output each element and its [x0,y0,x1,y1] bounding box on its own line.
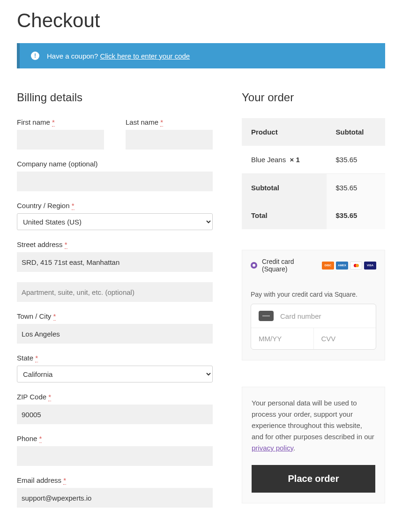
payment-method-row[interactable]: Credit card (Square) DISC AMEX VISA [242,250,385,280]
visa-icon: VISA [364,262,376,270]
email-field[interactable] [17,488,213,508]
subtotal-label: Subtotal [242,174,327,202]
product-header: Product [242,118,327,146]
payment-description: Pay with your credit card via Square. [251,291,376,298]
phone-field[interactable] [17,446,213,466]
coupon-text: Have a coupon? Click here to enter your … [47,52,190,60]
table-row: Blue Jeans × 1 $35.65 [242,146,385,174]
coupon-link[interactable]: Click here to enter your code [100,52,190,60]
billing-column: Billing details First name * Last name *… [17,91,213,518]
zip-field[interactable] [17,405,213,424]
country-select[interactable]: United States (US) [17,213,213,230]
city-field[interactable] [17,324,213,344]
payment-method-label: Credit card (Square) [262,258,317,273]
amex-icon: AMEX [336,262,348,270]
order-table: Product Subtotal Blue Jeans × 1 $35.65 S… [242,118,385,229]
first-name-label: First name * [17,118,104,126]
total-value: $35.65 [327,202,386,229]
discover-icon: DISC [322,262,334,270]
card-frame: Card number MM/YY CVV [251,304,376,350]
state-label: State * [17,354,213,362]
phone-label: Phone * [17,435,213,442]
coupon-notice: ! Have a coupon? Click here to enter you… [17,43,385,68]
page-title: Checkout [17,9,385,32]
card-number-placeholder: Card number [280,312,321,320]
expiry-field[interactable]: MM/YY [251,328,314,349]
item-name: Blue Jeans [251,156,286,164]
card-number-field[interactable]: Card number [251,304,376,328]
address2-field[interactable] [17,282,213,302]
payment-radio-icon [251,262,257,269]
address1-field[interactable] [17,252,213,272]
last-name-label: Last name * [126,118,213,126]
first-name-field[interactable] [17,130,104,150]
subtotal-header: Subtotal [327,118,386,146]
place-order-button[interactable]: Place order [252,465,375,493]
payment-box: Credit card (Square) DISC AMEX VISA Pay … [242,250,385,360]
state-select[interactable]: California [17,366,213,382]
card-chip-icon [259,311,274,321]
city-label: Town / City * [17,312,213,320]
country-label: Country / Region * [17,202,213,210]
privacy-text: Your personal data will be used to proce… [252,397,375,454]
privacy-box: Your personal data will be used to proce… [242,387,385,503]
card-icons: DISC AMEX VISA [322,262,376,270]
billing-heading: Billing details [17,91,213,104]
mastercard-icon [350,262,362,270]
company-label: Company name (optional) [17,160,213,168]
privacy-policy-link[interactable]: privacy policy [252,444,293,452]
coupon-prefix: Have a coupon? [47,52,98,60]
order-column: Your order Product Subtotal Blue Jeans ×… [242,91,385,503]
company-field[interactable] [17,172,213,191]
cvv-field[interactable]: CVV [314,328,376,349]
item-price: $35.65 [327,146,386,174]
total-label: Total [242,202,327,229]
email-label: Email address * [17,476,213,484]
order-heading: Your order [242,91,385,104]
item-qty: × 1 [290,156,300,164]
last-name-field[interactable] [126,130,213,150]
zip-label: ZIP Code * [17,393,213,401]
address-label: Street address * [17,240,213,248]
info-icon: ! [31,52,39,60]
subtotal-value: $35.65 [327,174,386,202]
